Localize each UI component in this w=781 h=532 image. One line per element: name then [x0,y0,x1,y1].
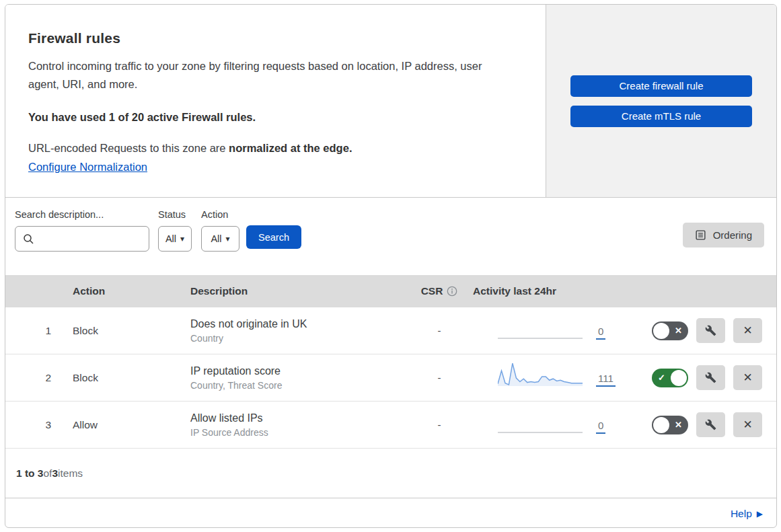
chevron-down-icon: ▾ [226,235,230,243]
intro-card: Firewall rules Control incoming traffic … [5,5,546,197]
normalization-prefix: URL-encoded Requests to this zone are [28,142,229,154]
items-range: 1 to 3 [16,467,43,480]
firewall-rules-panel: Firewall rules Control incoming traffic … [5,4,777,528]
rule-enabled-toggle[interactable]: ✓ ✕ [652,369,688,387]
close-icon: ✕ [743,371,752,385]
edit-rule-button[interactable] [696,412,725,437]
rule-action: Block [73,372,190,384]
usage-summary: You have used 1 of 20 active Firewall ru… [28,111,523,124]
table-row: 2 Block IP reputation score Country, Thr… [5,354,776,402]
delete-rule-button[interactable]: ✕ [733,318,762,343]
rule-priority: 3 [5,419,73,431]
rule-description: Does not originate in UK [190,318,406,330]
rule-criteria: Country [190,333,406,344]
search-label: Search description... [15,209,149,220]
activity-count-link[interactable]: 0 [596,420,605,434]
rule-criteria: Country, Threat Score [190,380,406,391]
activity-sparkline [498,360,583,387]
x-icon: ✕ [675,326,682,335]
description-column-header: Description [190,285,406,297]
filter-bar: Search description... Status All ▾ Actio… [5,198,776,275]
rule-enabled-toggle[interactable]: ✓ ✕ [652,416,688,434]
wrench-icon [705,419,716,430]
activity-count-link[interactable]: 111 [596,373,616,387]
rule-enabled-toggle[interactable]: ✓ ✕ [652,321,688,340]
check-icon: ✓ [658,373,665,382]
arrow-right-icon: ▶ [757,509,763,519]
close-icon: ✕ [743,324,752,338]
x-icon: ✕ [675,420,682,429]
toggle-knob [653,323,669,339]
page-title: Firewall rules [28,30,523,46]
edit-rule-button[interactable] [696,318,725,343]
rule-csr-value: - [438,419,441,430]
intro-description: Control incoming traffic to your zone by… [28,57,507,93]
wrench-icon [705,325,716,336]
table-header: Action Description CSR Activity last 24h… [5,275,776,307]
table-row: 1 Block Does not originate in UK Country… [5,307,776,354]
header-section: Firewall rules Control incoming traffic … [5,5,776,198]
toggle-knob [653,417,669,433]
close-icon: ✕ [743,418,752,432]
items-total: 3 [52,467,58,480]
create-mtls-rule-button[interactable]: Create mTLS rule [570,106,752,127]
delete-rule-button[interactable]: ✕ [733,412,762,437]
help-row: Help ▶ [5,498,776,528]
search-input[interactable] [37,227,145,250]
rule-priority: 1 [5,325,73,337]
csr-column-header: CSR [421,285,443,297]
actions-panel: Create firewall rule Create mTLS rule [546,5,776,197]
normalization-bold: normalized at the edge. [229,142,352,154]
rule-csr-value: - [438,372,441,383]
rule-priority: 2 [5,372,73,384]
rule-description: Allow listed IPs [190,412,406,424]
create-firewall-rule-button[interactable]: Create firewall rule [570,75,752,97]
search-icon [23,233,34,245]
chevron-down-icon: ▾ [180,235,184,243]
action-column-header: Action [73,285,190,297]
edit-rule-button[interactable] [696,365,725,390]
normalization-note: URL-encoded Requests to this zone are no… [28,142,523,155]
pagination-summary: 1 to 3 of 3 items [5,449,776,498]
search-button[interactable]: Search [246,225,301,249]
info-icon[interactable] [447,286,457,297]
delete-rule-button[interactable]: ✕ [733,365,762,390]
action-filter-label: Action [201,209,239,220]
rule-action: Block [73,325,190,337]
table-row: 3 Allow Allow listed IPs IP Source Addre… [5,402,776,449]
toggle-knob [671,370,687,386]
rule-description: IP reputation score [190,365,406,377]
rule-action: Allow [73,419,190,431]
activity-column-header: Activity last 24hr [473,285,634,297]
ordering-button-label: Ordering [713,229,752,241]
wrench-icon [705,372,716,383]
activity-count-link[interactable]: 0 [596,326,605,340]
status-filter-label: Status [158,209,192,220]
rule-criteria: IP Source Address [190,427,406,438]
configure-normalization-link[interactable]: Configure Normalization [28,161,147,174]
activity-sparkline [498,313,583,340]
ordering-list-icon [695,229,706,241]
status-filter-dropdown[interactable]: All ▾ [158,226,192,252]
action-filter-dropdown[interactable]: All ▾ [201,226,239,252]
ordering-button[interactable]: Ordering [683,223,764,248]
rule-csr-value: - [438,325,441,336]
help-link-label: Help [731,508,752,520]
search-input-wrapper [15,226,149,252]
activity-sparkline [498,407,583,434]
action-filter-value: All [211,233,221,244]
help-link[interactable]: Help ▶ [731,508,763,520]
status-filter-value: All [165,233,176,244]
